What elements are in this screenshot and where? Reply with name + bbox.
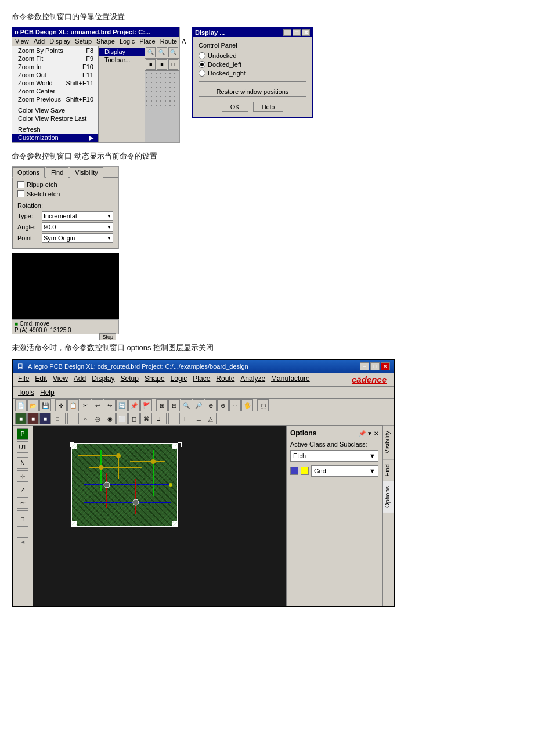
menu-view[interactable]: View [50, 374, 71, 385]
submenu-display[interactable]: Display [99, 48, 145, 56]
tb-undo[interactable]: ↩ [92, 399, 103, 411]
tb-drc3[interactable]: ⊥ [193, 413, 204, 424]
lt-btn1[interactable]: U1 [17, 441, 28, 453]
radio-docked-left[interactable] [199, 61, 205, 68]
submenu-toolbar[interactable]: Toolbar... [99, 56, 145, 64]
menu-place[interactable]: Place [190, 374, 213, 385]
lt-btn5[interactable]: ⌤ [17, 497, 28, 509]
dialog-maximize-btn[interactable]: □ [293, 29, 301, 36]
dialog-minimize-btn[interactable]: − [283, 29, 291, 36]
lt-btn2[interactable]: N [17, 457, 28, 469]
menu-item-zoom-fit[interactable]: Zoom FitF9 [12, 55, 98, 63]
menu-item-zoom-points[interactable]: Zoom By PointsF8 [12, 46, 98, 55]
menu-file[interactable]: File [15, 374, 32, 385]
tb-shape[interactable]: ⬜ [116, 413, 128, 424]
tb-rect[interactable]: ◻ [128, 413, 140, 424]
tab-find[interactable]: Find [46, 167, 68, 178]
tb-copy[interactable]: 📋 [67, 399, 79, 411]
menu-display[interactable]: Display [48, 37, 72, 45]
allegro-maximize-btn[interactable]: □ [370, 362, 380, 370]
tb-drc1[interactable]: ⊣ [168, 413, 180, 424]
angle-select[interactable]: 90.0 ▼ [42, 222, 113, 232]
gnd-checkbox[interactable] [290, 467, 298, 475]
tb-assign[interactable]: ⊔ [153, 413, 164, 424]
menu-logic[interactable]: Logic [168, 374, 190, 385]
menu-analyze[interactable]: Analyze [237, 374, 268, 385]
tb-layer3[interactable]: ■ [39, 413, 51, 424]
menu-route[interactable]: Route [158, 37, 179, 45]
menu-item-refresh[interactable]: Refresh [12, 125, 98, 134]
checkbox-ripup-input[interactable] [17, 181, 24, 188]
allegro-minimize-btn[interactable]: − [360, 362, 369, 370]
menu-setup[interactable]: Setup [118, 374, 142, 385]
menu-manufacture[interactable]: Manufacture [268, 374, 313, 385]
restore-window-btn[interactable]: Restore window positions [199, 87, 306, 97]
tb-grid[interactable]: ⊞ [156, 399, 168, 411]
tb-flag[interactable]: 🚩 [140, 399, 152, 411]
menu-a[interactable]: A [180, 37, 187, 45]
menu-shape[interactable]: Shape [95, 37, 117, 45]
menu-logic[interactable]: Logic [118, 37, 136, 45]
menu-item-color-save[interactable]: Color View Save [12, 106, 98, 114]
menu-route[interactable]: Route [213, 374, 237, 385]
menu-setup[interactable]: Setup [73, 37, 93, 45]
menu-item-zoom-previous[interactable]: Zoom PreviousShift+F10 [12, 95, 98, 103]
menu-place[interactable]: Place [138, 37, 157, 45]
tb-fan[interactable]: ⌘ [140, 413, 152, 424]
menu-item-zoom-center[interactable]: Zoom Center [12, 87, 98, 95]
menu-item-color-restore[interactable]: Color View Restore Last [12, 114, 98, 123]
lt-pcb-icon[interactable]: P [17, 428, 28, 440]
toolbar-btn-6[interactable]: □ [168, 59, 178, 70]
tb-extra1[interactable]: ⬚ [257, 399, 269, 411]
tb-pan[interactable]: 🖐 [241, 399, 253, 411]
tb-zoom-window[interactable]: ⊕ [205, 399, 217, 411]
allegro-close-btn[interactable]: ✕ [381, 362, 390, 370]
tb-redo[interactable]: ↪ [104, 399, 116, 411]
help-btn[interactable]: Help [253, 102, 284, 112]
tb-layer2[interactable]: ■ [27, 413, 39, 424]
menu-view[interactable]: View [13, 37, 31, 45]
menu-display[interactable]: Display [89, 374, 117, 385]
tb-via[interactable]: ◉ [104, 413, 116, 424]
lt-btn4[interactable]: ↗ [17, 484, 28, 495]
menu-add[interactable]: Add [32, 37, 47, 45]
menu-tools[interactable]: Tools [15, 388, 37, 397]
vtab-visibility[interactable]: Visibility [383, 426, 394, 459]
stop-btn[interactable]: Stop [99, 333, 116, 340]
tab-options[interactable]: Options [12, 167, 45, 178]
ok-btn[interactable]: OK [222, 102, 248, 112]
tb-cut[interactable]: ✂ [80, 399, 91, 411]
menu-edit[interactable]: Edit [32, 374, 50, 385]
toolbar-btn-2[interactable]: 🔍 [157, 47, 167, 57]
menu-help[interactable]: Help [37, 388, 57, 397]
menu-item-zoom-out[interactable]: Zoom OutF11 [12, 71, 98, 79]
menu-add[interactable]: Add [71, 374, 89, 385]
tb-layer4[interactable]: □ [52, 413, 63, 424]
vtab-options[interactable]: Options [383, 481, 394, 513]
tab-visibility[interactable]: Visibility [70, 167, 103, 178]
tb-wire[interactable]: ╌ [67, 413, 79, 424]
tb-circle[interactable]: ○ [80, 413, 91, 424]
dialog-close-btn[interactable]: ✕ [302, 29, 310, 36]
toolbar-btn-1[interactable]: 🔍 [146, 47, 156, 57]
menu-item-customization[interactable]: Customization▶ [12, 134, 98, 142]
toolbar-btn-3[interactable]: 🔍 [168, 47, 178, 57]
tb-zoom-fit[interactable]: 🔍 [181, 399, 192, 411]
tb-zoom-out[interactable]: ⊖ [217, 399, 229, 411]
menu-shape[interactable]: Shape [142, 374, 168, 385]
tb-zoom-in[interactable]: 🔎 [193, 399, 204, 411]
subclass-dropdown[interactable]: Gnd ▼ [311, 465, 378, 477]
tb-route[interactable]: ◎ [92, 413, 103, 424]
options-close-btn[interactable]: ✕ [374, 430, 378, 437]
tb-layer1[interactable]: ■ [15, 413, 27, 424]
tb-grid2[interactable]: ⊟ [168, 399, 180, 411]
tb-new[interactable]: 📄 [15, 399, 27, 411]
menu-item-zoom-in[interactable]: Zoom InF10 [12, 63, 98, 71]
tb-drc2[interactable]: ⊢ [181, 413, 192, 424]
point-select[interactable]: Sym Origin ▼ [42, 233, 113, 243]
type-select[interactable]: Incremental ▼ [42, 211, 113, 221]
tb-save[interactable]: 💾 [39, 399, 51, 411]
tb-open[interactable]: 📂 [27, 399, 39, 411]
checkbox-sketch-input[interactable] [17, 190, 24, 197]
options-float-btn[interactable]: ▼ [367, 430, 373, 437]
